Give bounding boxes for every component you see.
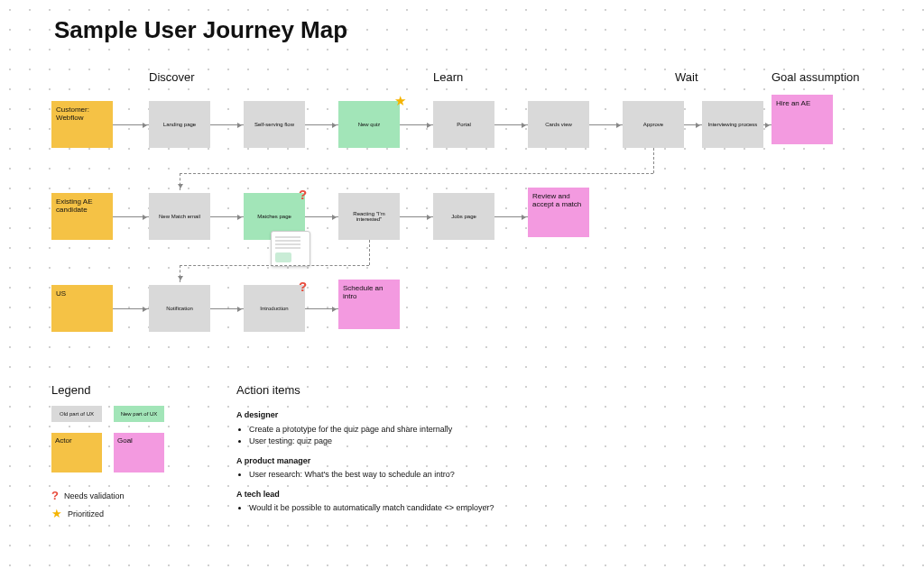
arrow <box>305 308 338 309</box>
arrow <box>210 308 244 309</box>
arrow <box>494 124 528 125</box>
step-jobs-page[interactable]: Jobs page <box>433 193 494 240</box>
step-self-serving-flow[interactable]: Self-serving flow <box>244 101 305 148</box>
legend-old-ux: Old part of UX <box>51 406 102 422</box>
stage-goal: Goal assumption <box>772 70 860 84</box>
goal-hire-ae[interactable]: Hire an AE <box>772 95 833 144</box>
step-reacting-interested[interactable]: Reacting "I'm interested" <box>338 193 400 240</box>
step-portal[interactable]: Portal <box>433 101 494 148</box>
stage-learn: Learn <box>433 70 463 84</box>
dashed-connector <box>180 265 180 282</box>
action-role-techlead: A tech lead <box>236 489 615 501</box>
dashed-connector <box>180 173 180 190</box>
actor-candidate[interactable]: Existing AE candidate <box>51 193 113 240</box>
star-icon: ★ <box>51 507 62 520</box>
goal-review-accept-match[interactable]: Review and accept a match <box>528 188 589 237</box>
screenshot-thumbnail[interactable] <box>271 231 310 267</box>
arrow <box>305 124 338 125</box>
legend-prioritized: ★ Prioritized <box>51 507 104 520</box>
legend-prioritized-label: Prioritized <box>68 509 104 518</box>
step-interviewing-process[interactable]: Interviewing process <box>702 101 763 148</box>
dashed-connector <box>180 265 369 266</box>
action-item: Would it be possible to automatically ma… <box>249 502 615 515</box>
arrow <box>210 124 244 125</box>
step-new-quiz[interactable]: New quiz <box>338 101 400 148</box>
star-icon: ★ <box>394 93 406 109</box>
action-item: User testing: quiz page <box>249 436 615 448</box>
goal-schedule-intro[interactable]: Schedule an intro <box>338 280 400 329</box>
step-notification[interactable]: Notification <box>149 285 210 332</box>
question-icon: ? <box>299 187 307 202</box>
action-item: User research: What's the best way to sc… <box>249 469 615 482</box>
action-role-pm: A product manager <box>236 455 615 468</box>
step-approve[interactable]: Approve <box>623 101 684 148</box>
arrow <box>494 216 528 217</box>
legend-needs-validation: ? Needs validation <box>51 489 125 502</box>
legend-new-ux: New part of UX <box>114 406 164 422</box>
arrow <box>400 216 433 217</box>
diagram-title: Sample User Journey Map <box>54 16 347 44</box>
action-items-body: A designer Create a prototype for the qu… <box>236 402 615 515</box>
action-items-title: Action items <box>236 383 300 397</box>
question-icon: ? <box>299 279 307 294</box>
stage-wait: Wait <box>675 70 698 84</box>
arrow <box>763 124 772 125</box>
arrow <box>305 216 338 217</box>
dashed-connector <box>180 173 653 174</box>
arrow <box>684 124 702 125</box>
arrow <box>113 308 149 309</box>
arrow <box>113 124 149 125</box>
action-role-designer: A designer <box>236 409 615 422</box>
dashed-connector <box>653 148 654 173</box>
step-new-match-email[interactable]: New Match email <box>149 193 210 240</box>
legend-needs-validation-label: Needs validation <box>64 491 125 500</box>
step-landing-page[interactable]: Landing page <box>149 101 210 148</box>
arrow <box>400 124 433 125</box>
arrow <box>113 216 149 217</box>
action-item: Create a prototype for the quiz page and… <box>249 424 615 436</box>
legend-goal: Goal <box>114 433 164 472</box>
step-cards-view[interactable]: Cards view <box>528 101 589 148</box>
step-introduction[interactable]: Introduction <box>244 285 305 332</box>
actor-us[interactable]: US <box>51 285 113 332</box>
stage-discover: Discover <box>149 70 195 84</box>
arrow <box>210 216 244 217</box>
legend-actor: Actor <box>51 433 102 472</box>
arrow <box>589 124 623 125</box>
legend-title: Legend <box>51 383 90 397</box>
question-icon: ? <box>51 489 59 502</box>
dashed-connector <box>369 240 370 265</box>
actor-customer[interactable]: Customer: Webflow <box>51 101 113 148</box>
